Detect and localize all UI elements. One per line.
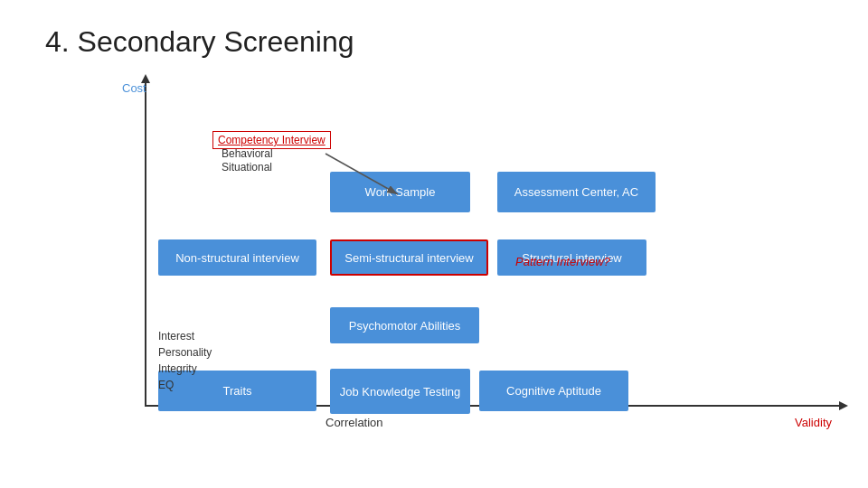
x-axis-label: Correlation xyxy=(326,416,383,429)
chart-area: Cost Correlation Validity Competency Int… xyxy=(72,81,841,461)
pattern-interview-label: Pattern Interview? xyxy=(515,255,610,268)
cognitive-aptitude-box: Cognitive Aptitude xyxy=(479,371,628,411)
interest-item-2: Personality xyxy=(158,344,212,361)
validity-label: Validity xyxy=(795,416,832,429)
assessment-center-box: Assessment Center, AC xyxy=(497,172,656,212)
y-axis-label: Cost xyxy=(122,81,146,95)
semi-structural-box: Semi-structural interview xyxy=(330,239,488,276)
y-axis xyxy=(145,81,146,407)
job-knowledge-box: Job Knowledge Testing xyxy=(330,369,470,414)
svg-line-1 xyxy=(326,154,398,194)
page-title: 4. Secondary Screening xyxy=(45,25,354,59)
interest-list: Interest Personality Integrity EQ xyxy=(158,328,212,393)
psychomotor-box: Psychomotor Abilities xyxy=(330,307,479,343)
interest-item-4: EQ xyxy=(158,377,212,393)
arrow-svg xyxy=(217,136,398,208)
interest-item-1: Interest xyxy=(158,328,212,344)
non-structural-box: Non-structural interview xyxy=(158,239,316,276)
interest-item-3: Integrity xyxy=(158,361,212,377)
